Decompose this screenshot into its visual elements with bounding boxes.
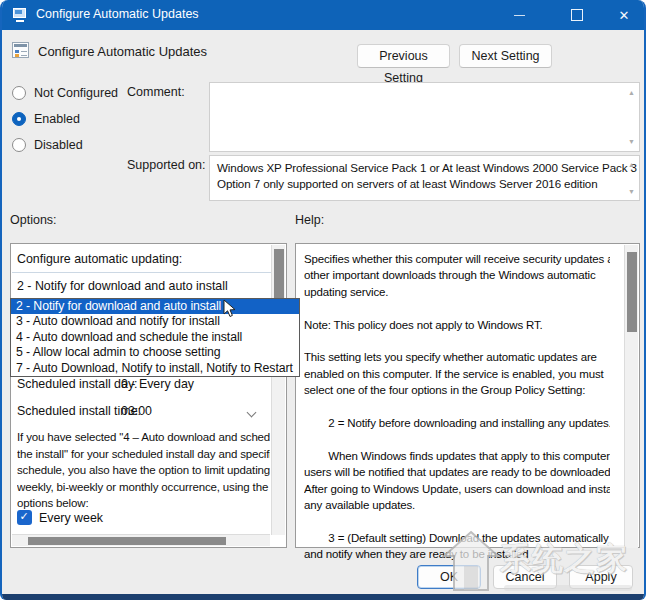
dropdown-item[interactable]: 4 - Auto download and schedule the insta… — [11, 330, 299, 345]
window-bottom-edge — [2, 594, 644, 600]
dropdown-item-selected[interactable]: 2 - Notify for download and auto install — [11, 299, 299, 314]
separator — [12, 272, 271, 273]
scrollbar-thumb[interactable] — [627, 252, 637, 332]
policy-setting-title: Configure Automatic Updates — [38, 44, 207, 59]
chevron-down-icon[interactable] — [247, 408, 257, 418]
scroll-up-icon[interactable] — [628, 161, 635, 168]
radio-icon — [12, 138, 26, 152]
next-setting-button[interactable]: Next Setting — [459, 44, 552, 68]
comment-textarea[interactable] — [209, 82, 640, 152]
cancel-button[interactable]: Cancel — [493, 565, 557, 589]
maximize-button[interactable] — [554, 0, 600, 30]
radio-disabled[interactable]: Disabled — [12, 138, 83, 152]
scheduled-day-value[interactable]: 0 - Every day — [121, 377, 194, 391]
supported-on-text: Windows XP Professional Service Pack 1 o… — [210, 156, 639, 196]
radio-icon — [12, 86, 26, 100]
checkbox-checked-icon — [17, 510, 32, 525]
scroll-down-icon[interactable] — [628, 188, 635, 195]
dropdown-item[interactable]: 3 - Auto download and notify for install — [11, 314, 299, 329]
help-label: Help: — [295, 213, 324, 227]
close-button[interactable] — [600, 0, 646, 30]
help-vertical-scrollbar[interactable] — [624, 245, 638, 548]
every-week-checkbox[interactable]: Every week — [17, 510, 103, 525]
scroll-down-icon[interactable] — [628, 138, 635, 145]
scheduled-day-label: Scheduled install day: — [17, 377, 138, 391]
supported-on-label: Supported on: — [127, 158, 206, 172]
dropdown-item[interactable]: 5 - Allow local admin to choose setting — [11, 345, 299, 360]
mouse-cursor-icon — [223, 299, 237, 323]
options-panel: Configure automatic updating: 2 - Notify… — [10, 243, 287, 548]
scheduled-time-combobox[interactable]: 03:00 — [121, 404, 152, 418]
radio-not-configured[interactable]: Not Configured — [12, 86, 118, 100]
policy-setting-icon — [12, 42, 29, 58]
scrollbar-thumb[interactable] — [28, 537, 226, 545]
titlebar: Configure Automatic Updates — [2, 0, 644, 30]
app-icon — [12, 7, 28, 23]
configure-updating-label: Configure automatic updating: — [17, 252, 182, 266]
options-description: If you have selected "4 – Auto download … — [17, 429, 270, 512]
options-label: Options: — [10, 213, 57, 227]
updating-combobox[interactable]: 2 - Notify for download and auto install — [17, 279, 228, 293]
radio-enabled[interactable]: Enabled — [12, 112, 80, 126]
scroll-up-icon[interactable] — [628, 89, 635, 96]
supported-on-box[interactable]: Windows XP Professional Service Pack 1 o… — [209, 155, 640, 201]
options-vertical-scrollbar[interactable] — [271, 245, 285, 535]
minimize-button[interactable] — [496, 0, 542, 30]
radio-checked-icon — [12, 112, 26, 126]
options-horizontal-scrollbar[interactable] — [12, 534, 270, 546]
help-panel: Specifies whether this computer will rec… — [295, 243, 640, 548]
ok-button[interactable]: OK — [417, 565, 481, 589]
help-text: Specifies whether this computer will rec… — [304, 251, 610, 563]
updating-dropdown-list: 2 - Notify for download and auto install… — [10, 298, 300, 377]
previous-setting-button[interactable]: Previous Setting — [357, 44, 450, 68]
dialog-configure-automatic-updates: Configure Automatic Updates Configure Au… — [0, 0, 646, 600]
dropdown-item[interactable]: 7 - Auto Download, Notify to install, No… — [11, 361, 299, 376]
apply-button[interactable]: Apply — [569, 565, 633, 589]
window-title: Configure Automatic Updates — [36, 7, 199, 21]
comment-label: Comment: — [127, 85, 185, 99]
